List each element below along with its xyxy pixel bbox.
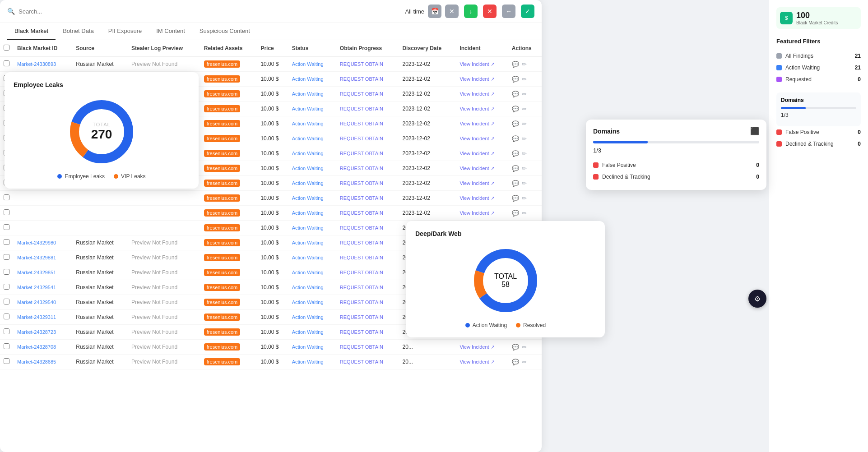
edit-icon-20[interactable]: ✏	[522, 359, 527, 365]
cell-id-18: Market-24328723	[14, 325, 72, 340]
select-all-checkbox[interactable]	[4, 45, 9, 51]
cell-incident-10[interactable]: View Incident ↗	[456, 206, 508, 221]
comment-icon-10[interactable]: 💬	[512, 210, 519, 217]
domains-false-positive-dot	[593, 162, 599, 168]
cell-obtain-12[interactable]: REQUEST OBTAIN	[336, 235, 399, 250]
cell-incident-8[interactable]: View Incident ↗	[456, 176, 508, 191]
cell-obtain-18[interactable]: REQUEST OBTAIN	[336, 325, 399, 340]
cell-incident-0[interactable]: View Incident ↗	[456, 57, 508, 72]
cell-obtain-1[interactable]: REQUEST OBTAIN	[336, 72, 399, 87]
edit-icon-4[interactable]: ✏	[522, 120, 527, 127]
edit-icon-9[interactable]: ✏	[522, 195, 527, 202]
edit-icon-2[interactable]: ✏	[522, 91, 527, 97]
comment-icon-4[interactable]: 💬	[512, 120, 519, 127]
cell-obtain-6[interactable]: REQUEST OBTAIN	[336, 146, 399, 161]
filter-declined-tracking[interactable]: Declined & Tracking 0	[776, 138, 861, 150]
row-checkbox-10[interactable]	[4, 209, 9, 215]
row-checkbox-13[interactable]	[4, 254, 9, 260]
comment-icon-0[interactable]: 💬	[512, 61, 519, 68]
cell-incident-7[interactable]: View Incident ↗	[456, 161, 508, 176]
comment-icon-8[interactable]: 💬	[512, 180, 519, 187]
row-checkbox-9[interactable]	[4, 194, 9, 200]
close-filter-button[interactable]: ✕	[445, 5, 459, 18]
domains-false-positive[interactable]: False Positive 0	[593, 159, 759, 171]
comment-icon-19[interactable]: 💬	[512, 344, 519, 351]
edit-icon-6[interactable]: ✏	[522, 150, 527, 157]
check-button[interactable]: ✓	[521, 5, 534, 18]
row-checkbox-17[interactable]	[4, 314, 9, 319]
row-checkbox-18[interactable]	[4, 328, 9, 334]
search-input[interactable]	[19, 8, 399, 15]
cell-obtain-19[interactable]: REQUEST OBTAIN	[336, 340, 399, 355]
filter-false-positive[interactable]: False Positive 0	[776, 126, 861, 138]
calendar-button[interactable]: 📅	[428, 5, 441, 18]
download-button[interactable]: ↓	[464, 5, 478, 18]
row-checkbox-20[interactable]	[4, 358, 9, 364]
comment-icon-6[interactable]: 💬	[512, 150, 519, 157]
filter-requested[interactable]: Requested 0	[776, 74, 861, 85]
filter-action-waiting[interactable]: Action Waiting 21	[776, 62, 861, 74]
row-checkbox-11[interactable]	[4, 224, 9, 230]
tab-suspicious-content[interactable]: Suspicious Content	[192, 23, 257, 40]
tab-pii-exposure[interactable]: PII Exposure	[101, 23, 149, 40]
cell-price-11: 10.00 $	[257, 221, 288, 235]
edit-icon-8[interactable]: ✏	[522, 180, 527, 187]
tab-botnet-data[interactable]: Botnet Data	[56, 23, 101, 40]
cell-obtain-17[interactable]: REQUEST OBTAIN	[336, 310, 399, 325]
cell-incident-9[interactable]: View Incident ↗	[456, 191, 508, 206]
cell-obtain-3[interactable]: REQUEST OBTAIN	[336, 101, 399, 116]
cell-incident-19[interactable]: View Incident ↗	[456, 340, 508, 355]
cell-obtain-5[interactable]: REQUEST OBTAIN	[336, 131, 399, 146]
filter-all-findings[interactable]: All Findings 21	[776, 50, 861, 62]
edit-icon-19[interactable]: ✏	[522, 344, 527, 351]
cell-obtain-11[interactable]: REQUEST OBTAIN	[336, 221, 399, 235]
comment-icon-3[interactable]: 💬	[512, 106, 519, 112]
back-button[interactable]: ←	[502, 5, 515, 18]
row-checkbox-15[interactable]	[4, 284, 9, 290]
domains-declined-tracking[interactable]: Declined & Tracking 0	[593, 171, 759, 183]
cell-incident-20[interactable]: View Incident ↗	[456, 355, 508, 369]
fab-button[interactable]: ⚙	[748, 290, 766, 308]
cell-obtain-14[interactable]: REQUEST OBTAIN	[336, 265, 399, 280]
cell-incident-2[interactable]: View Incident ↗	[456, 87, 508, 101]
cell-incident-3[interactable]: View Incident ↗	[456, 101, 508, 116]
domains-close-btn[interactable]: ⬛	[750, 127, 759, 135]
comment-icon-7[interactable]: 💬	[512, 165, 519, 172]
comment-icon-20[interactable]: 💬	[512, 359, 519, 365]
comment-icon-2[interactable]: 💬	[512, 91, 519, 97]
comment-icon-9[interactable]: 💬	[512, 195, 519, 202]
delete-button[interactable]: ✕	[483, 5, 497, 18]
row-checkbox-12[interactable]	[4, 239, 9, 245]
tab-black-market[interactable]: Black Market	[7, 23, 56, 40]
cell-incident-4[interactable]: View Incident ↗	[456, 116, 508, 131]
cell-preview-14: Preview Not Found	[128, 265, 200, 280]
cell-incident-6[interactable]: View Incident ↗	[456, 146, 508, 161]
cell-price-1: 10.00 $	[257, 72, 288, 87]
cell-obtain-13[interactable]: REQUEST OBTAIN	[336, 250, 399, 265]
row-checkbox-16[interactable]	[4, 299, 9, 304]
cell-incident-1[interactable]: View Incident ↗	[456, 72, 508, 87]
cell-obtain-2[interactable]: REQUEST OBTAIN	[336, 87, 399, 101]
cell-obtain-7[interactable]: REQUEST OBTAIN	[336, 161, 399, 176]
cell-obtain-20[interactable]: REQUEST OBTAIN	[336, 355, 399, 369]
edit-icon-1[interactable]: ✏	[522, 76, 527, 83]
cell-obtain-0[interactable]: REQUEST OBTAIN	[336, 57, 399, 72]
cell-obtain-15[interactable]: REQUEST OBTAIN	[336, 280, 399, 295]
row-checkbox-14[interactable]	[4, 269, 9, 275]
edit-icon-0[interactable]: ✏	[522, 61, 527, 68]
row-checkbox-19[interactable]	[4, 343, 9, 349]
cell-obtain-8[interactable]: REQUEST OBTAIN	[336, 176, 399, 191]
cell-incident-5[interactable]: View Incident ↗	[456, 131, 508, 146]
row-checkbox-0[interactable]	[4, 60, 9, 66]
comment-icon-1[interactable]: 💬	[512, 76, 519, 83]
edit-icon-7[interactable]: ✏	[522, 165, 527, 172]
edit-icon-3[interactable]: ✏	[522, 106, 527, 112]
comment-icon-5[interactable]: 💬	[512, 135, 519, 142]
edit-icon-5[interactable]: ✏	[522, 135, 527, 142]
cell-obtain-9[interactable]: REQUEST OBTAIN	[336, 191, 399, 206]
cell-obtain-16[interactable]: REQUEST OBTAIN	[336, 295, 399, 310]
cell-obtain-4[interactable]: REQUEST OBTAIN	[336, 116, 399, 131]
tab-im-content[interactable]: IM Content	[149, 23, 192, 40]
edit-icon-10[interactable]: ✏	[522, 210, 527, 217]
cell-obtain-10[interactable]: REQUEST OBTAIN	[336, 206, 399, 221]
